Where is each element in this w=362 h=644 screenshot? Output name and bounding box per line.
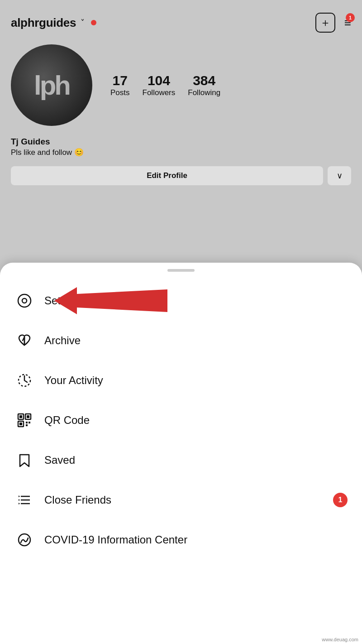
archive-icon	[14, 331, 34, 351]
posts-count: 17	[113, 73, 128, 88]
menu-item-qrcode[interactable]: QR Code	[0, 400, 362, 440]
settings-icon	[14, 291, 34, 311]
covid-label: COVID-19 Information Center	[44, 533, 187, 546]
posts-label: Posts	[110, 88, 130, 97]
menu-notification-badge: 1	[346, 13, 355, 22]
bio-text: Pls like and follow 😊	[11, 148, 351, 157]
followers-label: Followers	[143, 88, 176, 97]
svg-rect-9	[27, 415, 29, 418]
followers-count: 104	[148, 73, 170, 88]
activity-dot	[91, 20, 96, 25]
following-stat[interactable]: 384 Following	[188, 73, 220, 97]
username-label: alphrguides	[11, 16, 76, 30]
activity-icon	[14, 370, 34, 390]
svg-point-0	[18, 294, 31, 307]
saved-label: Saved	[44, 454, 75, 466]
avatar-initials: lph	[34, 70, 69, 101]
bio-section: Tj Guides Pls like and follow 😊	[0, 135, 362, 166]
menu-item-activity[interactable]: Your Activity	[0, 360, 362, 400]
menu-button-wrapper: ≡ 1	[344, 17, 351, 29]
saved-icon	[14, 450, 34, 470]
stats-row: 17 Posts 104 Followers 384 Following	[110, 73, 220, 97]
bottom-sheet: Settings Archive	[0, 263, 362, 644]
username-row: alphrguides ˅	[11, 16, 96, 30]
following-label: Following	[188, 88, 220, 97]
menu-item-covid[interactable]: COVID-19 Information Center	[0, 520, 362, 560]
close-friends-badge: 1	[333, 493, 348, 507]
following-count: 384	[193, 73, 215, 88]
svg-rect-12	[29, 422, 30, 423]
qrcode-label: QR Code	[44, 414, 90, 427]
settings-label: Settings	[44, 294, 84, 307]
close-friends-label: Close Friends	[44, 494, 111, 506]
svg-rect-8	[19, 415, 22, 418]
qrcode-icon	[14, 410, 34, 430]
edit-profile-row: Edit Profile ∨	[0, 166, 362, 196]
activity-label: Your Activity	[44, 374, 103, 387]
archive-label: Archive	[44, 334, 81, 347]
posts-stat[interactable]: 17 Posts	[110, 73, 130, 97]
svg-marker-18	[19, 499, 20, 501]
menu-item-saved[interactable]: Saved	[0, 440, 362, 480]
watermark: www.deuag.com	[322, 637, 358, 642]
followers-stat[interactable]: 104 Followers	[143, 73, 176, 97]
add-post-button[interactable]: ＋	[315, 13, 335, 33]
plus-icon: ＋	[320, 15, 331, 30]
sheet-handle	[167, 269, 195, 272]
covid-icon	[14, 530, 34, 550]
svg-rect-10	[19, 423, 22, 425]
menu-item-archive[interactable]: Archive	[0, 321, 362, 360]
close-friends-icon	[14, 490, 34, 510]
chevron-down-icon: ∨	[337, 171, 343, 181]
menu-list: Settings Archive	[0, 276, 362, 564]
profile-dropdown-button[interactable]: ∨	[328, 166, 351, 185]
svg-rect-11	[26, 422, 28, 423]
chevron-down-icon[interactable]: ˅	[81, 18, 85, 28]
profile-background: alphrguides ˅ ＋ ≡ 1 lph 17	[0, 0, 362, 281]
avatar[interactable]: lph	[11, 44, 92, 126]
edit-profile-button[interactable]: Edit Profile	[11, 166, 323, 185]
top-bar: alphrguides ˅ ＋ ≡ 1	[0, 0, 362, 40]
svg-marker-17	[19, 495, 20, 497]
top-icons: ＋ ≡ 1	[315, 13, 351, 33]
display-name: Tj Guides	[11, 137, 351, 147]
menu-item-close-friends[interactable]: Close Friends 1	[0, 480, 362, 520]
menu-item-settings[interactable]: Settings	[0, 281, 362, 321]
svg-rect-13	[26, 424, 28, 426]
svg-point-1	[22, 298, 27, 303]
profile-section: lph 17 Posts 104 Followers 384 Following	[0, 40, 362, 135]
svg-marker-19	[19, 503, 20, 505]
